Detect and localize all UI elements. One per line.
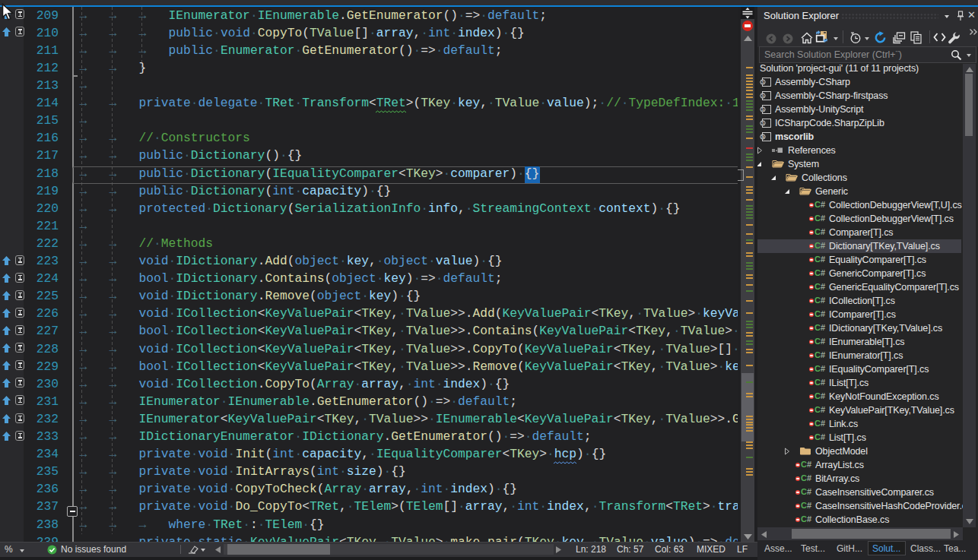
svg-text:$: $ [761,93,764,98]
svg-text:$: $ [761,79,764,84]
svg-text:$: $ [761,134,764,140]
svg-text:$: $ [761,120,764,125]
svg-text:$: $ [761,106,764,112]
